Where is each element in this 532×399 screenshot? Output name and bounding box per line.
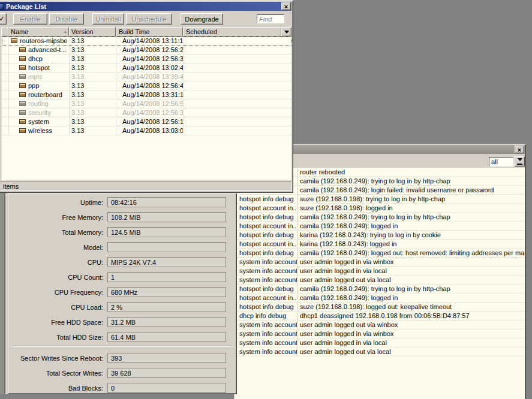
package-icon (19, 74, 26, 79)
package-toolbar: ✓ Enable Disable Uninstall Unschedule Do… (0, 12, 291, 25)
table-row[interactable]: wireless 3.13 Aug/14/2008 13:03:06 (2, 126, 291, 135)
window-edge (0, 193, 4, 394)
column-version[interactable]: Version (69, 27, 116, 37)
resource-row: CPU Frequency: 680 MHz (8, 285, 237, 300)
resource-row: Bad Blocks: 0 (8, 380, 237, 395)
log-message: user admin logged in via local (297, 267, 525, 275)
table-row[interactable]: dhcp 3.13 Aug/14/2008 12:56:38 (2, 55, 291, 64)
row-gutter (2, 72, 9, 81)
package-name: advanced-t... (28, 46, 67, 53)
package-name-cell: routing (9, 99, 70, 108)
column-name[interactable]: Name ▵ (8, 27, 69, 37)
sort-asc-icon: ▵ (64, 29, 67, 34)
package-icon (11, 38, 17, 43)
package-build-time: Aug/14/2008 12:56:24 (116, 46, 184, 54)
column-gutter[interactable] (1, 27, 8, 37)
log-close-button[interactable]: × (515, 146, 524, 153)
log-topics: system info account (235, 347, 297, 356)
package-name: wireless (28, 127, 52, 134)
resource-label: CPU Count: (8, 274, 107, 281)
package-version: 3.13 (70, 72, 116, 81)
package-icon (19, 119, 26, 124)
table-row[interactable]: security 3.13 Aug/14/2008 12:56:35 (2, 108, 291, 117)
log-message: camila (192.168.0.249): trying to log in… (297, 285, 525, 293)
resource-label: Free Memory: (8, 214, 107, 221)
log-message: user admin logged out via winbox (297, 321, 525, 329)
log-filter-value: all (491, 158, 498, 165)
log-filter-dropdown-button[interactable] (515, 156, 525, 167)
log-row[interactable]: system info account user admin logged ou… (235, 276, 525, 285)
package-list-close-button[interactable]: × (281, 2, 291, 10)
log-message: camila (192.168.0.249): trying to log in… (297, 213, 525, 221)
package-name: ppp (28, 82, 39, 89)
column-build-time[interactable]: Build Time (116, 27, 183, 37)
package-build-time: Aug/14/2008 13:31:14 (116, 90, 184, 99)
log-row[interactable]: hotspot info debug suze (192.168.0.198):… (235, 303, 525, 312)
table-row[interactable]: routerboard 3.13 Aug/14/2008 13:31:14 (2, 90, 291, 99)
log-row[interactable]: hotspot info debug camila (192.168.0.249… (235, 249, 525, 258)
enable-button[interactable]: Enable (13, 13, 47, 25)
downgrade-button[interactable]: Downgrade (181, 13, 223, 25)
log-row[interactable]: system info account user admin logged in… (235, 267, 525, 276)
check-button[interactable]: ✓ (0, 13, 7, 25)
package-scheduled (184, 55, 291, 63)
resource-row: CPU Load: 2 % (8, 300, 237, 315)
resource-value-field: 08:42:16 (107, 197, 226, 207)
resource-label: Sector Writes Since Reboot: (8, 355, 107, 362)
find-input[interactable] (257, 14, 284, 23)
log-message: camila (192.168.0.249): logged out: host… (297, 249, 525, 257)
table-row[interactable]: routeros-mipsbe 3.13 Aug/14/2008 13:11:1… (2, 37, 291, 46)
log-row[interactable]: dhcp info debug dhcp1 deassigned 192.168… (235, 312, 525, 321)
package-scheduled (184, 117, 291, 126)
package-table: routeros-mipsbe 3.13 Aug/14/2008 13:11:1… (1, 37, 291, 180)
log-topics: hotspot info debug (235, 249, 297, 257)
uninstall-button[interactable]: Uninstall (92, 13, 124, 25)
unschedule-button[interactable]: Unschedule (126, 13, 172, 25)
log-row[interactable]: hotspot account in... suze (192.168.0.19… (235, 204, 525, 213)
package-name: mpls (28, 73, 42, 80)
package-build-time: Aug/14/2008 13:11:18 (116, 37, 184, 45)
table-row[interactable]: hotspot 3.13 Aug/14/2008 13:02:48 (2, 64, 291, 72)
log-topics: system info account (235, 276, 297, 284)
package-list-titlebar[interactable]: Package List × (0, 2, 291, 11)
log-row[interactable]: hotspot info debug camila (192.168.0.249… (235, 285, 525, 294)
log-message: karina (192.168.0.243): trying to log in… (297, 231, 525, 239)
resource-label: CPU: (8, 259, 107, 266)
package-build-time: Aug/14/2008 12:56:16 (116, 117, 184, 126)
log-filter-select[interactable]: all (489, 157, 513, 167)
table-row[interactable]: ppp 3.13 Aug/14/2008 12:56:48 (2, 81, 291, 90)
log-topics: hotspot info debug (235, 195, 297, 203)
log-row[interactable]: system info account user admin logged ou… (235, 347, 525, 356)
package-name-cell: security (9, 108, 70, 117)
log-row[interactable]: hotspot info debug camila (192.168.0.249… (235, 213, 525, 222)
package-icon (19, 65, 26, 70)
log-row[interactable]: hotspot info debug suze (192.168.0.198):… (235, 195, 525, 204)
log-row[interactable]: hotspot account in... camila (192.168.0.… (235, 222, 525, 231)
log-row[interactable]: system info account user admin logged in… (235, 338, 525, 347)
resource-value-field: 393 (107, 353, 226, 363)
log-message: camila (192.168.0.249): logged in (297, 222, 525, 230)
log-row[interactable]: hotspot info debug karina (192.168.0.243… (235, 231, 525, 240)
resource-value-field: 2 % (107, 302, 226, 312)
log-row[interactable]: system info account user admin logged ou… (235, 321, 525, 330)
log-topics: hotspot account in... (235, 240, 297, 248)
log-row[interactable]: system info account user admin logged in… (235, 258, 525, 267)
table-row[interactable]: mpls 3.13 Aug/14/2008 13:39:49 (2, 72, 291, 81)
resource-value-field: 39 628 (107, 368, 226, 378)
log-row[interactable]: hotspot account in... karina (192.168.0.… (235, 240, 525, 249)
table-row[interactable]: routing 3.13 Aug/14/2008 12:56:53 (2, 99, 291, 108)
table-row[interactable]: advanced-t... 3.13 Aug/14/2008 12:56:24 (2, 46, 291, 55)
column-scheduled[interactable]: Scheduled (183, 27, 281, 37)
table-row[interactable]: system 3.13 Aug/14/2008 12:56:16 (2, 117, 291, 126)
log-message: suze (192.168.0.198): logged out: keepal… (297, 303, 525, 311)
log-row[interactable]: system info account user admin logged in… (235, 330, 525, 338)
resource-value-field: 680 MHz (107, 287, 226, 297)
log-topics: system info account (235, 330, 297, 338)
resource-label: Total Memory: (8, 229, 107, 236)
column-select-button[interactable] (281, 27, 291, 37)
log-message: router rebooted (297, 168, 525, 176)
disable-button[interactable]: Disable (49, 13, 84, 25)
log-row[interactable]: hotspot account in... camila (192.168.0.… (235, 294, 525, 303)
log-topics: system info account (235, 338, 297, 347)
package-name-cell: wireless (9, 126, 70, 135)
